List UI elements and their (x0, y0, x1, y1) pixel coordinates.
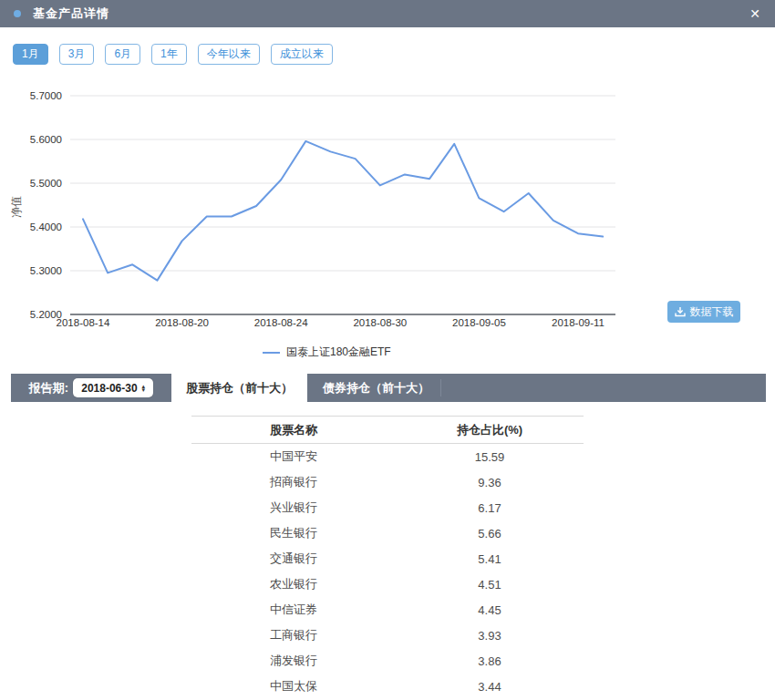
download-icon (675, 306, 686, 317)
cell-position-pct: 3.93 (396, 629, 584, 643)
status-dot-icon (14, 10, 21, 17)
report-period-label: 报告期: (29, 380, 68, 396)
table-row: 招商银行9.36 (191, 469, 584, 495)
period-tab-1月[interactable]: 1月 (13, 44, 48, 65)
column-header-stock-name: 股票名称 (191, 422, 396, 438)
cell-stock-name: 兴业银行 (191, 499, 396, 516)
svg-text:5.7000: 5.7000 (30, 90, 62, 101)
table-row: 兴业银行6.17 (191, 495, 584, 520)
chart-legend[interactable]: 国泰上证180金融ETF (263, 345, 391, 360)
period-tab-成立以来[interactable]: 成立以来 (271, 44, 333, 65)
cell-position-pct: 5.41 (396, 552, 584, 566)
cell-stock-name: 中国平安 (191, 448, 396, 465)
table-header-row: 股票名称 持仓占比(%) (191, 416, 584, 444)
svg-text:2018-08-24: 2018-08-24 (254, 317, 308, 328)
cell-stock-name: 交通银行 (191, 551, 396, 567)
table-row: 农业银行4.51 (191, 571, 584, 597)
period-tab-group: 1月3月6月1年今年以来成立以来 (13, 44, 333, 65)
netvalue-line-chart: 5.20005.30005.40005.50005.60005.70002018… (0, 77, 775, 369)
table-row: 中国太保3.44 (191, 674, 584, 699)
column-header-position-pct: 持仓占比(%) (396, 422, 584, 438)
cell-position-pct: 4.45 (396, 603, 584, 617)
modal-header: 基金产品详情 ✕ (0, 0, 775, 27)
modal-title: 基金产品详情 (33, 5, 109, 22)
svg-text:5.4000: 5.4000 (30, 221, 62, 232)
svg-text:5.6000: 5.6000 (30, 134, 62, 145)
cell-stock-name: 工商银行 (191, 627, 396, 643)
cell-stock-name: 民生银行 (191, 525, 396, 541)
cell-stock-name: 中国太保 (191, 678, 396, 695)
svg-text:净值: 净值 (10, 196, 23, 218)
close-icon[interactable]: ✕ (749, 7, 760, 20)
table-row: 工商银行3.93 (191, 623, 584, 648)
legend-label: 国泰上证180金融ETF (286, 345, 391, 360)
download-data-button[interactable]: 数据下载 (667, 301, 740, 323)
cell-stock-name: 浦发银行 (191, 653, 396, 669)
cell-position-pct: 9.36 (396, 476, 584, 489)
select-stepper-icon: ▴▾ (142, 385, 146, 392)
period-tab-今年以来[interactable]: 今年以来 (198, 44, 260, 65)
cell-position-pct: 5.66 (396, 527, 584, 540)
netvalue-chart-area: 5.20005.30005.40005.50005.60005.70002018… (0, 77, 775, 369)
cell-position-pct: 15.59 (396, 450, 584, 464)
svg-text:2018-08-20: 2018-08-20 (155, 317, 209, 328)
table-row: 中国平安15.59 (191, 444, 584, 469)
svg-text:5.3000: 5.3000 (30, 265, 62, 276)
holdings-tab-bar: 债券持仓（前十大） (307, 374, 766, 402)
table-body: 中国平安15.59招商银行9.36兴业银行6.17民生银行5.66交通银行5.4… (191, 444, 584, 699)
table-row: 浦发银行3.86 (191, 648, 584, 674)
tab-stock-holdings[interactable]: 股票持仓（前十大） (171, 374, 307, 402)
cell-position-pct: 3.86 (396, 654, 584, 668)
period-tab-1年[interactable]: 1年 (151, 44, 187, 65)
cell-position-pct: 3.44 (396, 680, 584, 694)
table-row: 民生银行5.66 (191, 520, 584, 546)
fund-detail-modal: 基金产品详情 ✕ 1月3月6月1年今年以来成立以来 5.20005.30005.… (0, 0, 775, 700)
download-button-label: 数据下载 (690, 304, 734, 320)
period-tab-6月[interactable]: 6月 (105, 44, 140, 65)
cell-position-pct: 6.17 (396, 501, 584, 515)
svg-text:2018-08-14: 2018-08-14 (57, 317, 110, 328)
report-period-bar: 报告期: 2018-06-30 ▴▾ (11, 374, 171, 402)
svg-text:2018-09-05: 2018-09-05 (452, 317, 506, 328)
report-period-select[interactable]: 2018-06-30 ▴▾ (73, 378, 153, 397)
tab-bond-holdings[interactable]: 债券持仓（前十大） (323, 374, 429, 402)
svg-text:5.5000: 5.5000 (30, 178, 62, 189)
period-tab-3月[interactable]: 3月 (59, 44, 95, 65)
holdings-table: 股票名称 持仓占比(%) 中国平安15.59招商银行9.36兴业银行6.17民生… (191, 416, 584, 699)
table-row: 中信证券4.45 (191, 597, 584, 623)
cell-stock-name: 中信证券 (191, 602, 396, 618)
table-row: 交通银行5.41 (191, 546, 584, 571)
report-period-value: 2018-06-30 (81, 382, 137, 395)
cell-stock-name: 招商银行 (191, 474, 396, 490)
legend-line-icon (263, 352, 280, 354)
cell-stock-name: 农业银行 (191, 576, 396, 592)
svg-text:2018-09-11: 2018-09-11 (552, 317, 604, 328)
cell-position-pct: 4.51 (396, 578, 584, 592)
svg-text:2018-08-30: 2018-08-30 (353, 317, 407, 328)
tab-divider (440, 379, 441, 396)
